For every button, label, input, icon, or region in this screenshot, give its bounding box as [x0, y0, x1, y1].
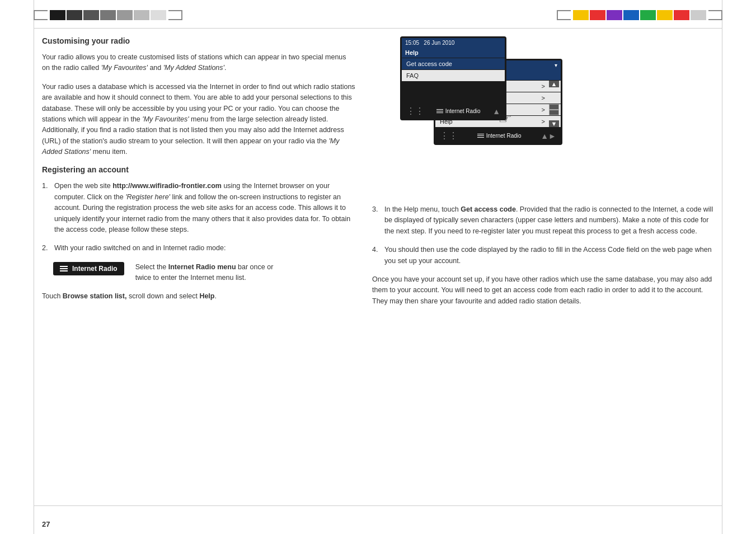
website-link[interactable]: http://www.wifiradio-frontier.com [112, 182, 222, 190]
final-para: Once you have your account set up, if yo… [372, 274, 714, 307]
screen-front: 15:05 26 Jun 2010 Help Get access code F… [400, 36, 506, 120]
right-column: 15:05 26 Jun 2010 ▾ Internet Radio Stati… [372, 36, 714, 315]
right-steps: 3. In the Help menu, touch Get access co… [372, 204, 714, 307]
color-seg-2 [67, 10, 82, 20]
section-title-registering: Registering an account [42, 165, 355, 174]
volume-icon: ▲► [541, 132, 556, 140]
menu-item-stations-arrow: > [542, 83, 545, 90]
para2: Your radio uses a database which is acce… [42, 82, 355, 158]
hand-cursor-icon: ☜ [498, 109, 512, 128]
front-menu-label: Internet Radio [436, 108, 481, 114]
top-bar [0, 10, 756, 20]
right-border [722, 0, 722, 534]
color-seg-r7 [674, 10, 689, 20]
color-seg-r3 [607, 10, 622, 20]
color-seg-4 [100, 10, 116, 20]
scrollbar-track [549, 104, 559, 115]
step1-text: Open the web site http://www.wifiradio-f… [54, 181, 355, 235]
menu-line-3 [60, 270, 68, 271]
screen-front-title: Help [402, 48, 505, 58]
screen-front-header: 15:05 26 Jun 2010 [402, 38, 505, 48]
scroll-down-arrow[interactable]: ▼ [549, 120, 559, 127]
top-line [34, 28, 722, 29]
bottom-menu-lines [477, 134, 484, 138]
list-item-3: 3. In the Help menu, touch Get access co… [372, 204, 714, 237]
color-seg-r1 [573, 10, 589, 20]
screen-back-bottom: ⋮⋮ Internet Radio ▲► [435, 128, 561, 143]
front-grid-icon: ⋮⋮ [406, 106, 424, 116]
step-num-3: 3. [372, 204, 384, 237]
step-num-1: 1. [42, 181, 54, 235]
left-color-bar [50, 10, 166, 20]
step4-text: You should then use the code displayed b… [384, 245, 714, 266]
left-border [34, 0, 34, 534]
front-item-get-access: Get access code [402, 58, 505, 69]
menu-line-2 [60, 268, 68, 269]
color-seg-r6 [657, 10, 673, 20]
scroll-up-arrow[interactable]: ▲ [549, 81, 559, 87]
step-num-2: 2. [42, 243, 54, 254]
main-content: Customising your radio Your radio allows… [42, 36, 714, 500]
numbered-list: 1. Open the web site http://www.wifiradi… [42, 181, 355, 254]
front-menu-lines [436, 109, 443, 114]
color-seg-r8 [691, 10, 706, 20]
color-seg-7 [151, 10, 166, 20]
list-item-2: 2. With your radio switched on and in In… [42, 243, 355, 254]
step3-text: In the Help menu, touch Get access code.… [384, 204, 714, 237]
wifi-icon: ▾ [555, 62, 557, 68]
color-seg-3 [83, 10, 99, 20]
ir-instruction: Select the Internet Radio menu bar once … [135, 262, 281, 284]
scrollbar-thumb2 [550, 110, 558, 115]
bar-left-tick [34, 10, 48, 20]
bar-right-tick-right [708, 10, 722, 20]
color-seg-6 [134, 10, 149, 20]
color-seg-r4 [623, 10, 639, 20]
color-seg-r5 [640, 10, 656, 20]
scrollbar-thumb [550, 105, 558, 109]
page-number: 27 [42, 520, 50, 528]
list-item-4: 4. You should then use the code displaye… [372, 245, 714, 266]
right-numbered-list: 3. In the Help menu, touch Get access co… [372, 204, 714, 266]
list-item-1: 1. Open the web site http://www.wifiradi… [42, 181, 355, 235]
screen-front-bottom: ⋮⋮ Internet Radio ▲ [402, 104, 505, 119]
color-seg-1 [50, 10, 65, 20]
grid-icon: ⋮⋮ [440, 130, 458, 141]
bottom-menu-label: Internet Radio [477, 133, 522, 139]
section-title-customising: Customising your radio [42, 36, 355, 45]
bottom-line [34, 505, 722, 506]
menu-item-podcasts-arrow: > [542, 95, 545, 101]
menu-item-help-arrow: > [542, 118, 545, 125]
touch-instruction: Touch Browse station list, scroll down a… [42, 291, 355, 302]
right-color-bar [573, 10, 706, 20]
ir-button-row: Internet Radio Select the Internet Radio… [53, 262, 355, 284]
menu-line-1 [60, 266, 68, 267]
para1: Your radio allows you to create customis… [42, 52, 355, 74]
bar-left-tick-right [557, 10, 571, 20]
step-num-4: 4. [372, 245, 384, 266]
color-seg-r2 [590, 10, 605, 20]
color-seg-5 [117, 10, 133, 20]
menu-item-added-arrow: > [542, 106, 545, 113]
bar-right-tick-left [168, 10, 182, 20]
ir-button: Internet Radio [53, 262, 124, 275]
ir-button-label: Internet Radio [72, 265, 118, 273]
device-mockup: 15:05 26 Jun 2010 ▾ Internet Radio Stati… [389, 36, 568, 193]
step2-text: With your radio switched on and in Inter… [54, 243, 355, 254]
front-item-faq: FAQ [402, 70, 505, 81]
screen-front-time: 15:05 26 Jun 2010 [405, 40, 454, 46]
left-column: Customising your radio Your radio allows… [42, 36, 355, 302]
menu-lines-icon [60, 266, 68, 271]
